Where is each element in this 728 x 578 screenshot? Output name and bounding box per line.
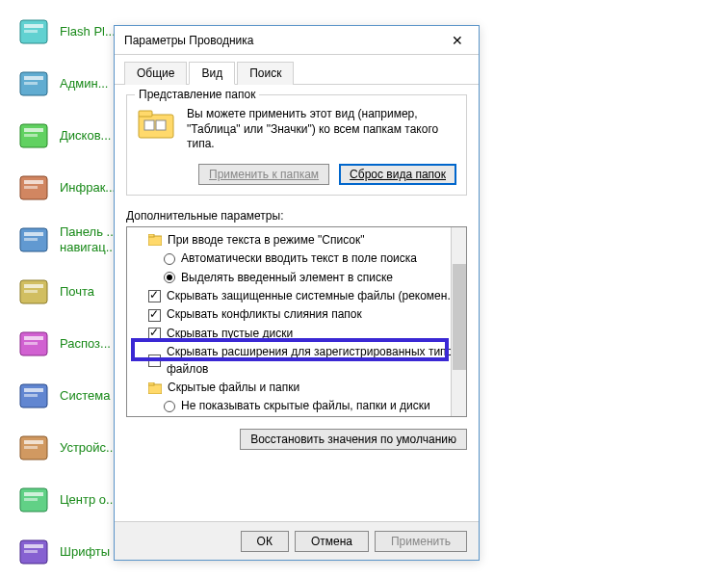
svg-rect-8 (24, 134, 38, 137)
cp-item-label: Админ... (60, 76, 108, 92)
tree-row[interactable]: Не показывать скрытые файлы, папки и дис… (127, 397, 466, 415)
tree-checkbox[interactable] (148, 328, 161, 340)
tree-row[interactable]: Скрывать расширения для зарегистрированн… (127, 343, 466, 379)
tree-row-label: Скрывать конфликты слияния папок (167, 306, 362, 323)
tree-row[interactable]: Скрывать конфликты слияния папок (127, 305, 466, 324)
tree-row-label: Выделять введенный элемент в списке (181, 270, 393, 286)
cp-item-label: Панель ...навигац... (60, 224, 117, 254)
svg-rect-29 (24, 498, 38, 501)
cp-item-icon (17, 15, 50, 48)
tree-row[interactable]: Автоматически вводить текст в поле поиск… (127, 250, 466, 268)
tree-row-label: Автоматически вводить текст в поле поиск… (181, 250, 417, 267)
svg-rect-7 (24, 128, 43, 132)
svg-rect-66 (156, 120, 166, 130)
cp-item-icon (17, 328, 50, 360)
tree-checkbox[interactable] (148, 290, 161, 302)
cp-item-label: Шрифты (60, 544, 110, 560)
svg-rect-4 (24, 76, 43, 80)
cp-item-label: Центр о... (60, 492, 117, 508)
svg-rect-68 (148, 234, 154, 237)
svg-rect-20 (24, 342, 38, 345)
cp-item-icon (17, 536, 50, 568)
cp-item-icon (17, 223, 50, 256)
dialog-title: Параметры Проводника (124, 34, 446, 47)
svg-rect-10 (24, 180, 43, 184)
scroll-thumb[interactable] (453, 264, 466, 370)
tree-row[interactable]: Показывать скрытые файлы, папки и диски (127, 416, 466, 417)
svg-rect-5 (24, 82, 38, 85)
svg-rect-32 (24, 550, 38, 553)
close-icon[interactable]: ✕ (446, 33, 469, 48)
cp-item-label: Почта (60, 284, 94, 300)
dialog-footer: ОК Отмена Применить (115, 521, 479, 560)
cp-item-icon (17, 484, 50, 516)
tree-row-label: Скрывать пустые диски (167, 326, 293, 342)
apply-button[interactable]: Применить (375, 531, 467, 552)
svg-rect-64 (139, 111, 152, 117)
ok-button[interactable]: ОК (241, 531, 289, 552)
tree-row-label: При вводе текста в режиме "Список" (168, 232, 365, 249)
tab-search[interactable]: Поиск (237, 62, 294, 85)
tree-radio[interactable] (164, 401, 175, 412)
cp-item-icon (17, 67, 50, 100)
svg-rect-17 (24, 290, 38, 293)
folder-small-icon (148, 234, 162, 246)
svg-rect-31 (24, 544, 43, 548)
cp-item-label: Система (60, 388, 110, 404)
titlebar: Параметры Проводника ✕ (115, 26, 479, 55)
svg-rect-26 (24, 446, 38, 449)
folder-options-dialog: Параметры Проводника ✕ Общие Вид Поиск П… (114, 25, 480, 561)
advanced-settings-tree[interactable]: При вводе текста в режиме "Список"Автома… (126, 226, 467, 417)
svg-rect-19 (24, 336, 43, 340)
tree-row[interactable]: Выделять введенный элемент в списке (127, 269, 466, 287)
reset-folders-button[interactable]: Сброс вида папок (339, 164, 456, 185)
cp-item-label: Дисков... (60, 128, 111, 144)
cp-item-icon (17, 119, 50, 152)
svg-rect-23 (24, 394, 38, 397)
svg-rect-16 (24, 284, 43, 288)
folder-views-group: Представление папок Вы можете применить … (126, 94, 467, 196)
svg-rect-14 (24, 238, 38, 241)
svg-rect-2 (24, 30, 38, 33)
tree-radio[interactable] (164, 272, 175, 283)
restore-defaults-button[interactable]: Восстановить значения по умолчанию (240, 429, 467, 450)
svg-rect-1 (24, 24, 43, 28)
cp-item-label: Инфрак... (60, 180, 116, 196)
group-legend: Представление папок (135, 88, 259, 101)
cp-item-icon (17, 380, 50, 412)
folder-icon (137, 107, 175, 142)
cp-item-icon (17, 432, 50, 464)
svg-rect-70 (148, 382, 154, 385)
svg-rect-25 (24, 440, 43, 444)
cp-item-icon (17, 171, 50, 204)
svg-rect-65 (144, 120, 154, 130)
tree-row-label: Скрывать защищенные системные файлы (рек… (167, 288, 451, 304)
tree-checkbox[interactable] (148, 355, 161, 367)
cp-item-icon (17, 276, 50, 308)
scrollbar[interactable] (451, 227, 466, 416)
cancel-button[interactable]: Отмена (295, 531, 369, 552)
tree-row[interactable]: Скрывать защищенные системные файлы (рек… (127, 287, 466, 305)
svg-rect-22 (24, 388, 43, 392)
svg-rect-11 (24, 186, 38, 189)
cp-item-label: Устройс... (60, 440, 117, 456)
tabs: Общие Вид Поиск (115, 55, 479, 85)
apply-to-folders-button[interactable]: Применить к папкам (198, 164, 329, 185)
advanced-label: Дополнительные параметры: (126, 209, 467, 223)
tab-content: Представление папок Вы можете применить … (115, 85, 479, 460)
tree-row-label: Не показывать скрытые файлы, папки и дис… (181, 398, 430, 414)
tab-general[interactable]: Общие (124, 62, 187, 85)
folder-desc: Вы можете применить этот вид (например, … (187, 107, 456, 152)
folder-small-icon (148, 382, 162, 394)
tree-row[interactable]: Скрывать пустые диски (127, 325, 466, 343)
tree-checkbox[interactable] (148, 309, 161, 322)
tab-view[interactable]: Вид (189, 62, 235, 85)
tree-radio[interactable] (164, 253, 175, 265)
tree-row-label: Скрытые файлы и папки (168, 380, 299, 396)
cp-item-label: Flash Pl... (60, 24, 116, 39)
tree-row-label: Скрывать расширения для зарегистрированн… (167, 344, 460, 378)
svg-rect-13 (24, 232, 43, 236)
tree-row[interactable]: Скрытые файлы и папки (127, 379, 466, 397)
tree-row[interactable]: При вводе текста в режиме "Список" (127, 231, 466, 250)
svg-rect-28 (24, 492, 43, 496)
